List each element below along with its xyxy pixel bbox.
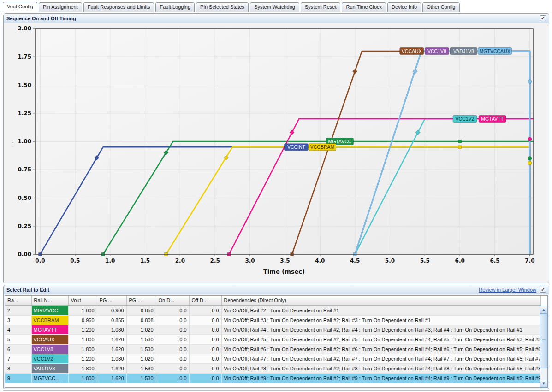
column-header-6[interactable]: Off D... [189,296,221,305]
rail-number: 9 [5,373,31,383]
rail-color-chip: MGTAVTT [32,325,68,334]
dependencies-text: Vin On/Off; Rail #7 : Turn On Dependent … [221,354,541,363]
x-tick-label: 5.5 [420,257,430,264]
table-scrollbar[interactable]: ▲ ▼ [540,306,547,387]
review-larger-window-link[interactable]: Review in Larger Window [479,287,536,293]
off-delay-value: 0.0 [189,344,221,354]
sequence-timing-panel: Sequence On and Off Timing ✓ ’’ VCCINTMG… [3,13,549,283]
rail-table-header-row: Ra...Rail N...VoutPG ...PG ...On D...Off… [5,296,541,305]
tab-other-config[interactable]: Other Config [422,2,459,12]
rail-label-text: VCCBRAM [310,144,335,150]
x-tick-label: 6.0 [455,257,465,264]
off-delay-value: 0.0 [189,334,221,344]
vout-value: 1.200 [68,325,97,334]
scrollbar-thumb[interactable] [540,314,547,368]
rail-label-text: VCCINT [287,144,306,150]
sequence-chart: ’’ VCCINTMGTAVCCVCCBRAMVCC1V2MGTAVTTVCCA… [4,23,549,283]
tab-pin-assignment[interactable]: Pin Assignment [39,2,82,12]
table-row[interactable]: 8VADJ1V81.8001.6201.5300.00.0Vin On/Off;… [5,363,541,373]
tab-pin-selected-states[interactable]: Pin Selected States [196,2,249,12]
column-header-1[interactable]: Rail N... [31,296,68,305]
pg-off-value: 0.850 [126,305,156,315]
rail-number: 8 [5,363,31,373]
table-row[interactable]: 9MGTVCC...1.8001.6201.5300.00.0Vin On/Of… [5,373,541,383]
column-header-4[interactable]: PG ... [126,296,156,305]
rail-color-chip: VCC1V8 [32,345,68,354]
app-window: Vout ConfigPin AssignmentFault Responses… [0,0,552,392]
select-rail-checkbox[interactable]: ✓ [540,287,546,293]
y-tick-label: 0.50 [18,195,31,201]
on-delay-value: 0.0 [156,354,189,363]
rail-label-text: VCC1V2 [456,116,475,122]
x-tick-label: 1.0 [105,257,115,264]
dependencies-text: Vin On/Off; Rail #8 : Turn On Dependent … [221,363,541,373]
table-row[interactable]: 4MGTAVTT1.2001.0801.0200.00.0Vin On/Off;… [5,325,541,334]
rail-name: MGTAVTT [31,325,68,334]
sequence-chart-svg: VCCINTMGTAVCCVCCBRAMVCC1V2MGTAVTTVCCAUXV… [4,23,546,281]
rail-table: Ra...Rail N...VoutPG ...PG ...On D...Off… [5,296,541,383]
tab-device-info[interactable]: Device Info [387,2,421,12]
y-tick-label: 0.75 [18,166,31,173]
tab-system-watchdog[interactable]: System Watchdog [250,2,299,12]
pg-off-value: 1.530 [126,344,156,354]
scroll-down-icon[interactable]: ▼ [540,380,547,387]
table-row[interactable]: 5VCCAUX1.8001.6201.5300.00.0Vin On/Off; … [5,334,541,344]
table-row[interactable]: 6VCC1V81.8001.6201.5300.00.0Vin On/Off; … [5,344,541,354]
vout-value: 1.800 [68,363,97,373]
scroll-up-icon[interactable]: ▲ [540,306,547,314]
tab-fault-responses-and-limits[interactable]: Fault Responses and Limits [83,2,154,12]
marker-circle [528,161,532,165]
off-delay-value: 0.0 [189,363,221,373]
x-tick-label: 6.5 [490,257,499,264]
y-tick-label: 1.25 [18,110,31,117]
rail-color-chip: VCCAUX [32,335,68,344]
pg-on-value: 1.620 [97,344,126,354]
y-tick-label: 1.75 [18,53,31,60]
column-header-2[interactable]: Vout [68,296,97,305]
dependencies-text: Vin On/Off; Rail #3 : Turn On Dependent … [221,315,541,325]
column-header-5[interactable]: On D... [156,296,189,305]
rail-number: 4 [5,325,31,334]
rail-color-chip: VCC1V2 [32,354,68,363]
column-header-0[interactable]: Ra... [5,296,31,305]
x-tick-label: 0.0 [35,257,45,264]
tab-fault-logging[interactable]: Fault Logging [155,2,195,12]
pg-off-value: 1.020 [126,325,156,334]
tab-vout-config[interactable]: Vout Config [3,2,37,12]
dependencies-text: Vin On/Off; Rail #5 : Turn On Dependent … [221,334,541,344]
dependencies-text: Vin On/Off; Rail #9 : Turn On Dependent … [221,373,541,383]
rail-number: 5 [5,334,31,344]
off-delay-value: 0.0 [189,354,221,363]
scrollbar-grip-icon [542,339,546,342]
x-tick-label: 2.0 [175,257,185,264]
select-rail-header: Select Rail to Edit Review in Larger Win… [4,285,549,294]
on-delay-value: 0.0 [156,305,189,315]
tab-run-time-clock[interactable]: Run Time Clock [342,2,386,12]
y-tick-label: 0.25 [18,223,31,229]
rail-name: VCCAUX [31,334,68,344]
marker-circle [528,80,532,83]
tab-system-reset[interactable]: System Reset [301,2,340,12]
rail-label-text: MGTAVCC [328,139,351,144]
x-tick-label: 3.0 [245,257,255,264]
sequence-panel-checkbox[interactable]: ✓ [540,15,546,21]
column-header-3[interactable]: PG ... [97,296,126,305]
rail-name: MGTAVCC [31,305,68,315]
rail-color-chip: VCCBRAM [32,316,68,325]
pg-off-value: 0.808 [126,315,156,325]
pg-off-value: 1.530 [126,363,156,373]
table-row[interactable]: 2MGTAVCC1.0000.9000.8500.00.0Vin On/Off;… [5,305,541,315]
rail-number: 7 [5,354,31,363]
pg-on-value: 0.855 [97,315,126,325]
rail-table-container: Ra...Rail N...VoutPG ...PG ...On D...Off… [5,295,548,388]
pg-off-value: 1.530 [126,373,156,383]
sequence-panel-header: Sequence On and Off Timing ✓ [4,14,549,23]
column-header-7[interactable]: Dependencies (Direct Only) [221,296,541,305]
table-row[interactable]: 3VCCBRAM0.9500.8550.8080.00.0Vin On/Off;… [5,315,541,325]
rail-number: 2 [5,305,31,315]
x-tick-label: 7.0 [525,257,534,264]
dependencies-text: Vin On/Off; Rail #2 : Turn On Dependent … [221,305,541,315]
table-row[interactable]: 7VCC1V21.2001.0801.0200.00.0Vin On/Off; … [5,354,541,363]
pg-off-value: 1.530 [126,334,156,344]
marker-square [458,146,462,149]
